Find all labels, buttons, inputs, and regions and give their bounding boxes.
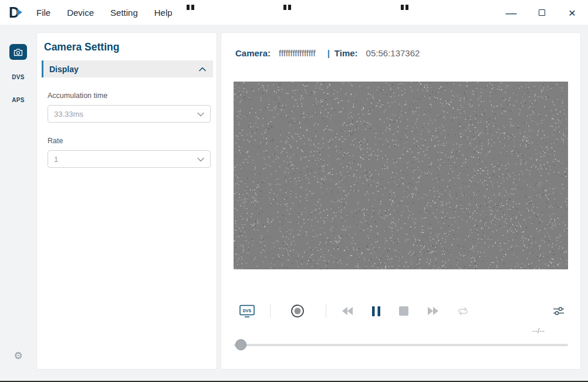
seek-track[interactable]: [234, 344, 568, 346]
fast-forward-icon: [427, 307, 439, 315]
rewind-button[interactable]: [342, 303, 353, 319]
seek-slider[interactable]: [234, 339, 568, 350]
maximize-button[interactable]: [535, 6, 548, 19]
loop-button[interactable]: [458, 303, 468, 319]
content-area: DVS APS ⚙ Camera Setting Display Accumul…: [0, 25, 588, 381]
stop-button[interactable]: [399, 303, 408, 319]
chevron-down-icon: [197, 157, 204, 162]
section-title: Display: [49, 65, 79, 74]
field-label: Rate: [48, 137, 63, 145]
sidebar-tab-camera[interactable]: [9, 44, 27, 60]
rate-select[interactable]: 1: [48, 150, 211, 168]
info-divider: |: [327, 48, 330, 58]
display-section-header[interactable]: Display: [42, 60, 213, 77]
menu-device[interactable]: Device: [67, 8, 94, 18]
menu-setting[interactable]: Setting: [110, 8, 138, 18]
dvs-monitor-icon: DVS: [239, 305, 255, 318]
missing-glyph-artifact: [401, 5, 408, 10]
tune-settings-button[interactable]: [553, 303, 565, 319]
camera-label: Camera:: [235, 48, 271, 58]
pause-button[interactable]: [372, 303, 380, 319]
accumulation-time-select[interactable]: 33.33ms: [48, 105, 211, 123]
menubar: File Device Setting Help: [36, 8, 173, 18]
settings-gear-icon[interactable]: ⚙: [13, 350, 22, 381]
dvs-monitor-button[interactable]: DVS: [239, 303, 255, 319]
viewer-panel: Camera: ffffffffffffffff | Time: 05:56:1…: [221, 32, 581, 370]
dvs-video-display: [234, 82, 568, 269]
titlebar: D File Device Setting Help — ×: [0, 0, 588, 25]
app-logo-icon: D: [8, 4, 26, 21]
controls-separator: [326, 304, 326, 318]
camera-id-value: ffffffffffffffff: [279, 48, 316, 58]
seek-thumb[interactable]: [235, 339, 246, 350]
record-icon: [290, 304, 305, 318]
record-button[interactable]: [290, 303, 305, 319]
rate-field: Rate 1: [48, 135, 211, 168]
sidebar: DVS APS ⚙: [0, 25, 36, 381]
missing-glyph-artifact: [283, 5, 291, 10]
accumulation-time-field: Accumulation time 33.33ms: [48, 90, 211, 123]
menu-help[interactable]: Help: [154, 8, 173, 18]
sidebar-tab-aps[interactable]: APS: [12, 97, 24, 103]
rewind-icon: [342, 307, 353, 315]
camera-icon: [13, 48, 23, 56]
missing-glyph-artifact: [187, 5, 194, 10]
field-label: Accumulation time: [48, 92, 107, 100]
stop-icon: [399, 306, 408, 316]
camera-info-row: Camera: ffffffffffffffff | Time: 05:56:1…: [235, 48, 566, 58]
minimize-button[interactable]: —: [505, 6, 518, 19]
pause-icon: [372, 306, 380, 316]
fast-forward-button[interactable]: [427, 303, 439, 319]
camera-setting-panel: Camera Setting Display Accumulation time…: [36, 32, 217, 370]
select-value: 1: [54, 155, 58, 164]
window-controls: — ×: [505, 6, 579, 19]
close-button[interactable]: ×: [566, 6, 579, 19]
sidebar-tab-dvs[interactable]: DVS: [12, 74, 24, 80]
controls-separator: [270, 304, 271, 318]
chevron-up-icon: [199, 67, 206, 72]
time-value: 05:56:137362: [366, 48, 420, 58]
chevron-down-icon: [197, 112, 204, 117]
tune-sliders-icon: [553, 306, 565, 316]
dvs-monitor-label: DVS: [243, 308, 252, 312]
panel-title: Camera Setting: [44, 41, 209, 53]
loop-icon: [458, 307, 468, 316]
app-window: D File Device Setting Help — ×: [0, 0, 588, 382]
maximize-icon: [539, 9, 545, 16]
playback-controls: DVS: [234, 303, 568, 319]
select-value: 33.33ms: [54, 110, 83, 119]
menu-file[interactable]: File: [36, 8, 50, 18]
playback-progress-text: --/--: [234, 326, 568, 335]
time-label: Time:: [334, 48, 358, 58]
